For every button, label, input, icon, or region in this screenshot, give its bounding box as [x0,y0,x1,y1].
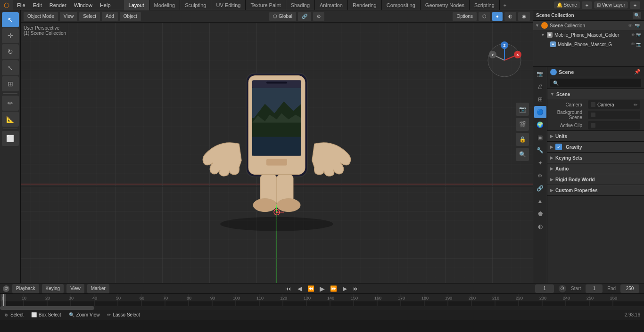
add-menu-btn[interactable]: Add [102,12,118,21]
menu-help[interactable]: Help [96,0,115,10]
menu-window[interactable]: Window [70,0,96,10]
next-keyframe-btn[interactable]: ⏩ [329,284,338,293]
snap-btn[interactable]: 🔗 [298,12,311,21]
audio-section-header[interactable]: ▶ Audio [547,163,644,174]
material-btn[interactable]: ◐ [504,12,516,21]
scene-section-header[interactable]: ▼ Scene [547,89,644,99]
tab-sculpting[interactable]: Sculpting [180,0,211,10]
view-btn[interactable]: View [66,284,84,293]
select-menu-btn[interactable]: Select [79,12,100,21]
menu-edit[interactable]: Edit [29,0,46,10]
prop-icon-modifier[interactable]: 🔧 [534,144,546,156]
play-btn[interactable]: ▶ [318,284,326,293]
object-1-cam[interactable]: 📷 [636,32,641,37]
prop-icon-shading[interactable]: ◐ [534,220,546,233]
marker-btn[interactable]: Marker [87,284,109,293]
outliner-filter-btn[interactable]: 🔍 [633,12,641,19]
zoom-btn[interactable]: 🔍 [516,148,529,161]
mesh-1-eye[interactable]: 👁 [631,42,635,47]
object-1-eye[interactable]: 👁 [631,32,635,37]
prop-pin-btn[interactable]: 📌 [634,68,641,76]
scale-tool[interactable]: ⤡ [2,60,19,75]
prop-search-input[interactable] [561,81,638,86]
scene-add-btn[interactable]: + [582,1,592,9]
tab-modeling[interactable]: Modeling [149,0,181,10]
current-frame-input[interactable]: 1 [535,284,554,293]
view-lock-btn[interactable]: 🔒 [516,133,529,146]
transform-orientation[interactable]: ⬡ Global [269,12,296,21]
mesh-1-cam[interactable]: 📷 [636,42,641,47]
custom-props-header[interactable]: ▶ Custom Properties [547,185,644,195]
solid-btn[interactable]: ● [492,12,503,21]
next-frame-btn[interactable]: ▶ [340,284,349,293]
active-clip-value[interactable] [588,121,640,130]
transform-tool[interactable]: ⊞ [2,76,19,91]
start-frame-input[interactable]: 1 [586,284,603,293]
timeline-scrollbar[interactable] [0,306,644,310]
scene-selector[interactable]: 🔔 Scene [554,1,580,8]
timeline-scrollbar-thumb[interactable] [0,306,94,310]
tab-layout[interactable]: Layout [124,0,149,10]
rendered-btn[interactable]: ◉ [518,12,530,21]
tab-shading[interactable]: Shading [286,0,315,10]
tab-scripting[interactable]: Scripting [470,0,500,10]
object-mode-btn[interactable]: Object Mode [24,12,58,21]
tab-rendering[interactable]: Rendering [348,0,382,10]
gravity-section-header[interactable]: ▶ ✓ Gravity [547,142,644,152]
wireframe-btn[interactable]: ⬡ [479,12,490,21]
outliner-mesh-1[interactable]: ▲ Mobile_Phone_Mascot_G 👁 📷 [533,40,644,49]
jump-end-btn[interactable]: ⏭ [352,284,360,293]
prop-icon-material[interactable]: ⬟ [534,208,546,220]
tab-compositing[interactable]: Compositing [382,0,421,10]
scene-collection-camera[interactable]: 📷 [635,23,640,28]
scene-collection-eye[interactable]: 👁 [628,23,633,28]
camera-view-btn[interactable]: 📷 [516,103,529,116]
timeline-mode-btn[interactable]: ⏱ [3,285,9,292]
prop-icon-constraints[interactable]: 🔗 [534,182,546,194]
view-menu-btn[interactable]: View [60,12,78,21]
tab-animation[interactable]: Animation [315,0,348,10]
camera-value[interactable]: Camera ✏ [588,100,640,109]
prev-keyframe-btn[interactable]: ⏪ [306,284,315,293]
object-menu-btn[interactable]: Object [120,12,141,21]
background-scene-value[interactable] [588,111,640,119]
prop-icon-particles[interactable]: ✦ [534,157,546,169]
playback-btn[interactable]: Playback [12,284,39,293]
menu-file[interactable]: File [13,0,29,10]
timeline-clock-btn[interactable]: ⏱ [559,285,566,292]
measure-tool[interactable]: 📐 [2,112,19,127]
prop-icon-object[interactable]: ▣ [534,131,546,144]
move-tool[interactable]: ✛ [2,28,19,43]
tab-add[interactable]: + [500,0,510,10]
prop-icon-scene[interactable]: 🔵 [534,106,546,118]
tab-uv-editing[interactable]: UV Editing [211,0,246,10]
prop-icon-world[interactable]: 🌍 [534,119,546,131]
prop-icon-render[interactable]: 📷 [534,68,546,80]
camera-edit-btn[interactable]: ✏ [634,102,637,107]
prop-icon-output[interactable]: 🖨 [534,81,546,93]
menu-render[interactable]: Render [46,0,70,10]
options-btn[interactable]: Options [453,12,476,21]
outliner-object-1[interactable]: ▼ ▣ Mobile_Phone_Mascot_Golder 👁 📷 [533,30,644,40]
end-frame-input[interactable]: 250 [620,284,639,293]
view-layer-selector[interactable]: ⊞ View Layer [594,1,628,8]
cursor-tool[interactable]: ↖ [2,12,19,27]
tab-geometry-nodes[interactable]: Geometry Nodes [421,0,470,10]
perspective-btn[interactable]: 🎬 [516,118,529,131]
units-section-header[interactable]: ▶ Units [547,131,644,141]
keying-btn[interactable]: Keying [42,284,64,293]
jump-start-btn[interactable]: ⏮ [284,284,292,293]
keying-sets-header[interactable]: ▶ Keying Sets [547,153,644,163]
annotate-tool[interactable]: ✏ [2,96,19,111]
rotate-tool[interactable]: ↻ [2,44,19,59]
rigid-body-header[interactable]: ▶ Rigid Body World [547,174,644,185]
tab-texture-paint[interactable]: Texture Paint [246,0,286,10]
proportional-edit[interactable]: ⊙ [313,12,324,21]
prop-icon-view-layer[interactable]: ⊞ [534,93,546,105]
viewport-canvas[interactable]: User Perspective (1) Scene Collection [21,23,533,283]
gravity-checkbox[interactable]: ✓ [555,144,562,150]
timeline-content[interactable]: 0 10 20 30 40 50 60 70 80 90 100 110 120 [0,294,644,310]
prop-icon-physics[interactable]: ⚙ [534,170,546,182]
add-cube-tool[interactable]: ⬜ [2,131,19,146]
view-layer-add-btn[interactable]: + [630,1,640,9]
